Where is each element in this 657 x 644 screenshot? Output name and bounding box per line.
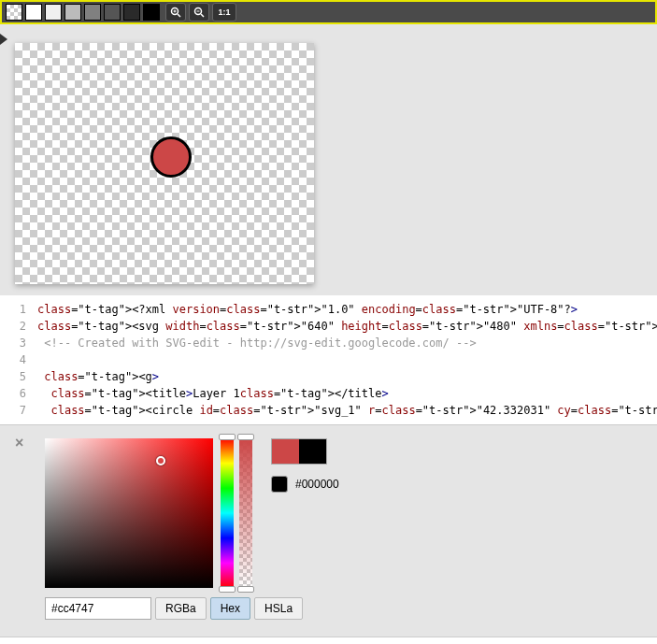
code-editor[interactable]: 1class="t-tag"><?xml version=class="t-st… — [0, 295, 657, 424]
svg-line-5 — [201, 14, 204, 17]
sv-cursor[interactable] — [156, 456, 165, 465]
drawn-circle[interactable] — [150, 136, 192, 178]
hex-swatch — [271, 476, 288, 493]
swatch-black[interactable] — [143, 4, 160, 21]
mode-hsla-button[interactable]: HSLa — [254, 597, 303, 620]
zoom-in-button[interactable] — [165, 3, 186, 21]
swatch-gray4[interactable] — [104, 4, 121, 21]
hex-display-text: #000000 — [295, 478, 339, 491]
panel-collapse-icon[interactable] — [0, 34, 7, 45]
swatch-gray3[interactable] — [84, 4, 101, 21]
alpha-handle-bottom[interactable] — [237, 586, 254, 593]
mode-hex-button[interactable]: Hex — [210, 597, 250, 620]
close-icon[interactable]: × — [15, 435, 23, 451]
mode-rgba-button[interactable]: RGBa — [155, 597, 207, 620]
canvas-area — [0, 24, 657, 295]
color-preview — [271, 438, 327, 465]
alpha-handle-top[interactable] — [237, 434, 254, 440]
code-editor-tail[interactable]: 8 class="t-tag"></g>9class="t-tag"></svg… — [0, 637, 657, 644]
preview-new — [272, 439, 299, 464]
svg-canvas[interactable] — [15, 43, 314, 284]
swatch-gray5[interactable] — [123, 4, 140, 21]
color-picker: × #000000 RGBa Hex HSL — [0, 424, 657, 637]
hue-handle-top[interactable] — [219, 434, 236, 440]
hue-slider[interactable] — [221, 438, 234, 588]
hue-handle-bottom[interactable] — [219, 586, 236, 593]
hex-input[interactable] — [45, 597, 151, 620]
swatch-gray1[interactable] — [45, 4, 62, 21]
zoom-actual-button[interactable]: 1:1 — [212, 3, 236, 21]
svg-line-1 — [178, 14, 180, 17]
alpha-slider[interactable] — [239, 438, 252, 588]
toolbar: 1:1 — [0, 0, 657, 24]
swatch-white[interactable] — [25, 4, 42, 21]
swatch-transparent[interactable] — [6, 4, 22, 21]
preview-old — [299, 439, 326, 464]
swatch-gray2[interactable] — [64, 4, 81, 21]
saturation-value-box[interactable] — [45, 438, 213, 588]
zoom-out-button[interactable] — [189, 3, 209, 21]
